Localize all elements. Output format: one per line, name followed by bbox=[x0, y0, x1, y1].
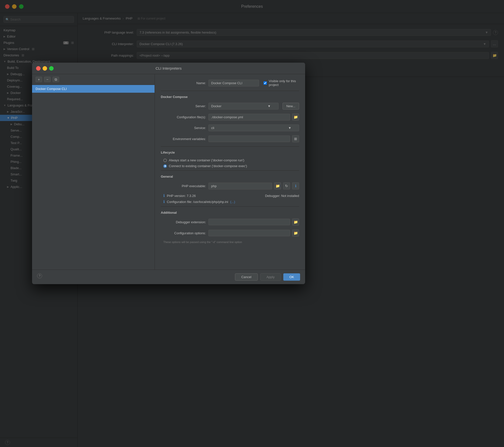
info-icon: ℹ bbox=[163, 193, 165, 198]
info-icon2: ℹ bbox=[163, 199, 165, 204]
php-executable-field: php bbox=[208, 183, 272, 189]
dialog-title: CLI Interpreters bbox=[156, 66, 182, 70]
lifecycle-heading: Lifecycle bbox=[161, 149, 299, 154]
service-dropdown[interactable]: cli ▼ bbox=[208, 125, 299, 131]
config-options-row: Configuration options: 📁 bbox=[161, 230, 299, 237]
service-label: Service: bbox=[161, 126, 206, 130]
debugger-ext-browse-button[interactable]: 📁 bbox=[292, 218, 299, 226]
config-options-value-container: 📁 bbox=[208, 230, 299, 237]
ok-button[interactable]: OK bbox=[283, 273, 300, 281]
server-value-container: Docker ▼ New... bbox=[208, 103, 299, 109]
copy-interpreter-button[interactable]: ⧉ bbox=[53, 77, 59, 82]
server-row: Server: Docker ▼ New... bbox=[161, 103, 299, 109]
php-executable-row: PHP executable: php 📁 ↻ ℹ bbox=[161, 182, 299, 189]
add-interpreter-button[interactable]: + bbox=[36, 77, 42, 82]
remove-interpreter-button[interactable]: − bbox=[44, 77, 51, 82]
apply-button[interactable]: Apply bbox=[260, 273, 281, 281]
interpreter-list-item[interactable]: Docker Compose CLI bbox=[32, 85, 155, 93]
config-files-field: ./docker-compose.yml bbox=[208, 114, 290, 121]
server-dropdown-arrow: ▼ bbox=[268, 104, 271, 108]
dialog-close-button[interactable] bbox=[36, 66, 41, 71]
cancel-button[interactable]: Cancel bbox=[235, 273, 258, 281]
env-browse-button[interactable]: ⊞ bbox=[292, 135, 299, 142]
env-vars-row: Environment variables: ⊞ bbox=[161, 135, 299, 142]
config-browse-button[interactable]: 📁 bbox=[292, 114, 299, 121]
interpreter-detail-panel: Name: Visible only for this project Dock… bbox=[155, 74, 305, 270]
debugger-status-text: Debugger: Not installed bbox=[265, 194, 299, 198]
config-file-info-text: Configuration file: /usr/local/etc/php/p… bbox=[167, 200, 228, 204]
dialog-traffic-lights bbox=[36, 66, 54, 71]
visible-checkbox[interactable] bbox=[264, 81, 267, 85]
dialog-help-icon[interactable]: ? bbox=[37, 273, 42, 278]
new-server-button[interactable]: New... bbox=[283, 103, 299, 109]
server-label: Server: bbox=[161, 104, 206, 108]
config-files-value-container: ./docker-compose.yml 📁 bbox=[208, 114, 299, 121]
config-options-field[interactable] bbox=[208, 230, 290, 236]
lifecycle-option2-row: Connect to existing container ('docker-c… bbox=[161, 164, 299, 168]
lifecycle-option2-label: Connect to existing container ('docker-c… bbox=[169, 164, 247, 168]
interpreter-list-panel: + − ⧉ Docker Compose CLI bbox=[32, 74, 155, 270]
php-exe-browse-button[interactable]: 📁 bbox=[274, 182, 281, 189]
config-file-row: ℹ Configuration file: /usr/local/etc/php… bbox=[161, 199, 299, 204]
service-value: cli bbox=[211, 126, 214, 130]
cli-interpreters-dialog: CLI Interpreters + − ⧉ Docker Compose CL… bbox=[32, 63, 305, 284]
name-row: Name: Visible only for this project bbox=[161, 79, 299, 87]
php-exe-info-button[interactable]: ℹ bbox=[292, 182, 299, 189]
name-label: Name: bbox=[161, 81, 206, 85]
visible-checkbox-row: Visible only for this project bbox=[264, 79, 299, 87]
docker-compose-heading: Docker Compose bbox=[161, 93, 299, 99]
dialog-maximize-button[interactable] bbox=[49, 66, 54, 71]
lifecycle-option1-label: Always start a new container ('docker-co… bbox=[169, 158, 244, 162]
debugger-ext-field[interactable] bbox=[208, 219, 290, 225]
service-value-container: cli ▼ bbox=[208, 125, 299, 131]
config-link[interactable]: (...) bbox=[230, 200, 235, 204]
divider1 bbox=[161, 91, 299, 91]
general-heading: General bbox=[161, 173, 299, 178]
config-note: These options will be passed using the "… bbox=[161, 241, 299, 244]
lifecycle-radio2[interactable] bbox=[163, 164, 167, 168]
divider4 bbox=[161, 206, 299, 207]
debugger-ext-row: Debugger extension: 📁 bbox=[161, 218, 299, 226]
dialog-footer: ? Cancel Apply OK bbox=[32, 270, 305, 284]
php-version-row: ℹ PHP version: 7.3.26 Debugger: Not inst… bbox=[161, 193, 299, 198]
dialog-title-bar: CLI Interpreters bbox=[32, 63, 305, 74]
lifecycle-radio1[interactable] bbox=[163, 159, 167, 162]
php-executable-label: PHP executable: bbox=[161, 184, 206, 188]
server-value: Docker bbox=[211, 104, 221, 108]
config-options-label: Configuration options: bbox=[161, 231, 206, 235]
debugger-ext-label: Debugger extension: bbox=[161, 220, 206, 224]
env-vars-label: Environment variables: bbox=[161, 137, 206, 141]
additional-heading: Additional bbox=[161, 209, 299, 214]
env-vars-value-container: ⊞ bbox=[208, 135, 299, 142]
config-options-browse-button[interactable]: 📁 bbox=[292, 230, 299, 237]
interpreter-toolbar: + − ⧉ bbox=[32, 74, 155, 85]
lifecycle-option1-row: Always start a new container ('docker-co… bbox=[161, 158, 299, 162]
php-version-text: PHP version: 7.3.26 bbox=[167, 194, 196, 198]
visible-label: Visible only for this project bbox=[269, 79, 299, 87]
debugger-ext-value-container: 📁 bbox=[208, 218, 299, 226]
php-executable-value-container: php 📁 ↻ ℹ bbox=[208, 182, 299, 189]
config-files-row: Configuration file(s): ./docker-compose.… bbox=[161, 114, 299, 121]
config-files-label: Configuration file(s): bbox=[161, 115, 206, 119]
php-exe-refresh-button[interactable]: ↻ bbox=[283, 182, 290, 189]
divider3 bbox=[161, 170, 299, 171]
env-vars-field[interactable] bbox=[208, 136, 290, 142]
dialog-minimize-button[interactable] bbox=[43, 66, 47, 71]
service-row: Service: cli ▼ bbox=[161, 125, 299, 131]
server-dropdown[interactable]: Docker ▼ bbox=[208, 103, 279, 109]
service-dropdown-arrow: ▼ bbox=[288, 126, 291, 130]
name-value-container: Visible only for this project bbox=[208, 79, 299, 87]
dialog-body: + − ⧉ Docker Compose CLI Name: Visible o… bbox=[32, 74, 305, 270]
divider2 bbox=[161, 146, 299, 147]
interpreter-list: Docker Compose CLI bbox=[32, 85, 155, 270]
name-input[interactable] bbox=[208, 80, 259, 86]
